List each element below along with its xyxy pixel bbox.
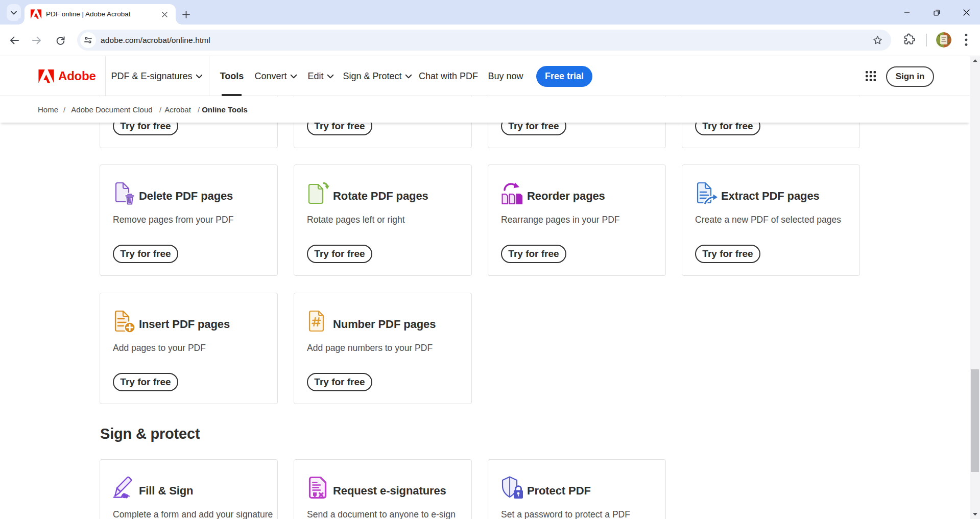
tab-close-button[interactable] [159,9,170,19]
card-description: Rearrange pages in your PDF [501,215,619,225]
reload-icon [56,36,65,45]
tool-cards-row: Fill & Sign Complete a form and add your… [100,459,666,519]
breadcrumb-acrobat[interactable]: Acrobat [164,97,191,123]
nav-tab-buy-now[interactable]: Buy now [488,56,523,96]
reload-button[interactable] [50,30,70,51]
breadcrumb-separator: / [198,97,200,123]
rotate-pages-icon [307,181,329,205]
card-title: Extract PDF pages [721,190,820,203]
nav-item-label: Chat with PDF [419,71,478,82]
card-description: Create a new PDF of selected pages [695,215,841,225]
browser-menu-kebab-icon[interactable] [961,33,971,46]
fill-sign-icon [113,476,135,500]
card-title: Request e-signatures [333,484,446,498]
chevron-down-icon [405,74,412,79]
card-title: Protect PDF [527,484,591,498]
adobe-logo[interactable]: Adobe [38,69,96,83]
forward-button[interactable] [27,30,47,51]
number-pages-icon [307,309,329,334]
try-for-free-button[interactable]: Try for free [501,245,566,263]
tool-cards-row: Delete PDF pages Remove pages from your … [100,164,860,276]
try-for-free-button[interactable]: Try for free [695,245,760,263]
chevron-down-icon [327,74,334,79]
back-button[interactable] [4,30,25,51]
tool-card: Insert PDF pages Add pages to your PDF T… [100,293,278,404]
nav-item-label: Convert [254,71,286,82]
site-info-icon[interactable] [80,32,96,48]
header-separator [105,56,106,96]
nav-tab-tools[interactable]: Tools [220,56,244,96]
nav-tab-sign-protect[interactable]: Sign & Protect [343,56,412,96]
breadcrumb-adobe-document-cloud[interactable]: Adobe Document Cloud [71,97,152,123]
browser-tab[interactable]: PDF online | Adobe Acrobat [25,4,176,25]
page-scrollbar[interactable] [970,56,980,519]
restore-icon [934,9,940,16]
nav-tab-chat-with-pdf[interactable]: Chat with PDF [419,56,478,96]
site-header: Adobe PDF & E-signatures Tools Convert E… [0,56,970,96]
card-description: Rotate pages left or right [307,215,405,225]
tab-title: PDF online | Adobe Acrobat [46,4,154,25]
profile-avatar[interactable] [936,32,951,48]
menu-label: PDF & E-signatures [111,71,192,82]
window-close-button[interactable] [954,0,978,25]
adobe-logo-icon [38,69,54,83]
browser-titlebar: PDF online | Adobe Acrobat [0,0,980,25]
back-arrow-icon [9,35,19,45]
try-for-free-button[interactable]: Try for free [307,245,372,263]
chevron-down-icon [291,74,297,79]
close-icon [963,9,970,16]
free-trial-button[interactable]: Free trial [536,66,592,87]
apps-grid-icon[interactable] [865,70,876,82]
breadcrumb: Home / Adobe Document Cloud / Acrobat / … [0,97,970,123]
tool-card: Delete PDF pages Remove pages from your … [100,164,278,276]
plus-icon [182,11,190,18]
address-bar[interactable]: adobe.com/acrobat/online.html [77,30,891,51]
breadcrumb-home[interactable]: Home [38,97,58,123]
nav-tab-convert[interactable]: Convert [254,56,297,96]
card-title: Number PDF pages [333,318,436,331]
menu-pdf-esignatures[interactable]: PDF & E-signatures [111,56,202,96]
card-description: Set a password to protect a PDF [501,509,630,519]
nav-item-label: Buy now [488,71,523,82]
header-separator [209,56,209,96]
new-tab-button[interactable] [180,8,192,20]
try-for-free-button[interactable]: Try for free [113,245,178,263]
delete-pages-icon [113,181,135,205]
tool-card: Rotate PDF pages Rotate pages left or ri… [294,164,472,276]
tool-card: Extract PDF pages Create a new PDF of se… [682,164,860,276]
extensions-icon[interactable] [903,33,916,45]
chevron-down-icon [11,11,17,15]
scrollbar-down-arrow[interactable] [970,510,980,519]
nav-item-label: Edit [307,71,323,82]
card-description: Add pages to your PDF [113,343,206,353]
minimize-icon [904,9,910,15]
card-title: Rotate PDF pages [333,190,428,203]
insert-pages-icon [113,309,135,334]
bookmark-star-icon[interactable] [872,35,883,45]
nav-tab-edit[interactable]: Edit [307,56,333,96]
card-description: Send a document to anyone to e-sign [307,509,456,519]
scrollbar-up-arrow[interactable] [970,56,980,65]
browser-toolbar: adobe.com/acrobat/online.html [0,25,980,56]
window-restore-button[interactable] [925,0,948,25]
adobe-favicon-icon [31,9,41,19]
try-for-free-button[interactable]: Try for free [113,373,178,391]
tool-card: Request e-signatures Send a document to … [294,459,472,519]
tune-icon [84,36,92,44]
sign-in-button[interactable]: Sign in [886,66,934,87]
triangle-down-icon [973,513,977,516]
card-description: Remove pages from your PDF [113,215,233,225]
active-tab-underline [222,94,242,96]
breadcrumb-separator: / [159,97,161,123]
extract-pages-icon [695,181,718,205]
scrollbar-thumb[interactable] [971,369,979,472]
nav-item-label: Tools [220,71,244,82]
chevron-down-icon [196,74,203,79]
url-text[interactable]: adobe.com/acrobat/online.html [101,30,210,51]
reorder-pages-icon [501,181,523,205]
request-esign-icon [307,476,329,500]
window-minimize-button[interactable] [895,0,919,25]
nav-item-label: Sign & Protect [343,71,401,82]
breadcrumb-separator: / [63,97,65,123]
try-for-free-button[interactable]: Try for free [307,373,372,391]
